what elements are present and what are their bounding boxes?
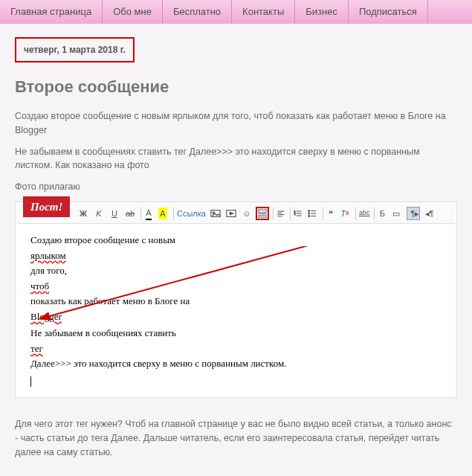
text-color-button[interactable]: A <box>140 207 154 220</box>
emoji-button[interactable]: ☺ <box>240 207 253 220</box>
editor-line-2: Не забываем в сообщениях ставить тег Дал… <box>30 326 442 371</box>
align-button[interactable] <box>273 207 286 220</box>
number-list-button[interactable]: 12 <box>290 207 303 220</box>
post-date: четверг, 1 марта 2018 г. <box>15 37 135 62</box>
nav-business[interactable]: Бизнес <box>295 0 349 24</box>
nav-contacts[interactable]: Контакты <box>232 0 295 24</box>
bullet-list-button[interactable] <box>305 207 319 220</box>
paragraph-1: Создаю второе сообщение с новым ярлыком … <box>15 109 457 138</box>
nav-home[interactable]: Главная страница <box>0 0 103 24</box>
svg-point-9 <box>308 215 310 216</box>
paragraph-2: Не забываем в сообщениях ставить тег Дал… <box>15 145 457 173</box>
jump-break-button[interactable] <box>256 207 269 220</box>
quote-button[interactable]: ❝ <box>323 207 336 220</box>
paragraph-4: Для чего этот тег нужен? Чтоб на главной… <box>15 417 457 459</box>
bold-button[interactable]: Ж <box>77 207 90 220</box>
svg-rect-4 <box>259 215 267 217</box>
ltr-button[interactable]: ¶▸ <box>407 207 420 220</box>
svg-point-8 <box>308 213 310 214</box>
paragraph-3: Фото прилагаю <box>15 180 457 194</box>
post-content: четверг, 1 марта 2018 г. Второе сообщени… <box>0 24 472 476</box>
editor-toolbar: Ж K U ab A A Ссылка ☺ 12 ❝ Tx abc Б ▭ ¶▸… <box>17 204 455 224</box>
editor-screenshot: Пост! Ж K U ab A A Ссылка ☺ 12 ❝ Tx abc … <box>15 202 457 399</box>
editor-line-1: Создаю второе сообщение с новым ярлыком … <box>30 233 442 324</box>
post-title[interactable]: Второе сообщение <box>15 74 457 99</box>
svg-point-7 <box>308 210 310 211</box>
clear-format-button[interactable]: Tx <box>338 207 352 220</box>
video-button[interactable] <box>224 207 238 220</box>
svg-text:2: 2 <box>294 212 296 215</box>
preview-button[interactable]: ▭ <box>389 207 403 220</box>
nav-about[interactable]: Обо мне <box>103 0 163 24</box>
strike-button[interactable]: ab <box>123 207 137 220</box>
nav-free[interactable]: Бесплатно <box>163 0 232 24</box>
bg-color-button[interactable]: A <box>156 207 169 220</box>
top-nav: Главная страница Обо мне Бесплатно Конта… <box>0 0 472 24</box>
text-cursor <box>30 376 31 387</box>
svg-rect-3 <box>259 210 267 213</box>
format-b-button[interactable]: Б <box>374 207 387 220</box>
link-button[interactable]: Ссылка <box>173 207 207 220</box>
italic-button[interactable]: K <box>92 207 106 220</box>
editor-body[interactable]: Создаю второе сообщение с новым ярлыком … <box>17 224 455 396</box>
rtl-button[interactable]: ◂¶ <box>422 207 436 220</box>
underline-button[interactable]: U <box>108 207 121 220</box>
post-badge: Пост! <box>23 196 70 218</box>
spellcheck-button[interactable]: abc <box>355 207 371 220</box>
image-button[interactable] <box>209 207 222 220</box>
nav-subscribe[interactable]: Подписаться <box>349 0 428 24</box>
